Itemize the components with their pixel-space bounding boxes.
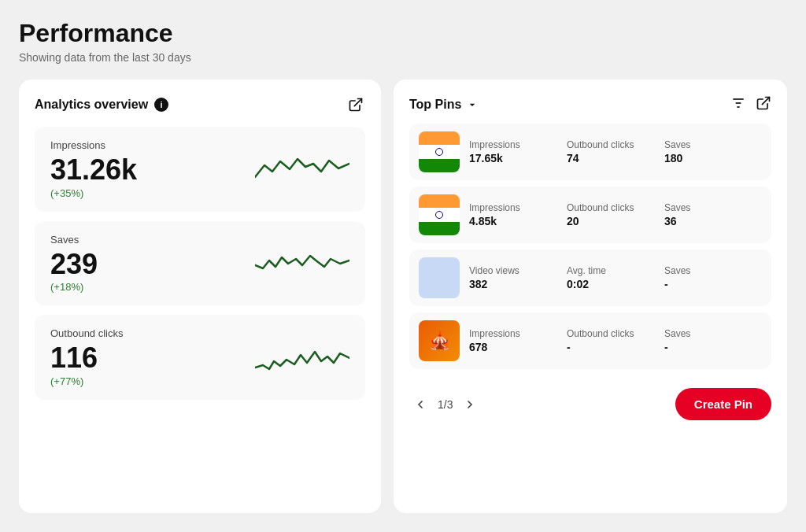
top-pins-title[interactable]: Top Pins bbox=[409, 98, 479, 112]
pin-row: 🎪 Impressions 678 Outbound clicks - Save… bbox=[409, 312, 771, 369]
pin-row: Impressions 17.65k Outbound clicks 74 Sa… bbox=[409, 124, 771, 180]
pin-stat-saves: Saves - bbox=[664, 328, 762, 353]
pin-stat-saves: Saves 180 bbox=[664, 139, 762, 164]
pin-stats: Impressions 678 Outbound clicks - Saves … bbox=[469, 328, 762, 353]
next-page-button[interactable] bbox=[459, 393, 481, 416]
saves-label: Saves bbox=[50, 234, 98, 246]
pin-thumbnail bbox=[419, 257, 460, 298]
saves-sparkline bbox=[255, 243, 349, 283]
page-header: Performance Showing data from the last 3… bbox=[19, 19, 787, 64]
top-pins-export-icon[interactable] bbox=[756, 95, 771, 114]
pin-stat-video-views: Video views 382 bbox=[469, 265, 567, 290]
page-subtitle: Showing data from the last 30 days bbox=[19, 51, 787, 64]
saves-change: (+18%) bbox=[50, 281, 98, 293]
analytics-card-header: Analytics overview i bbox=[35, 95, 365, 114]
saves-metric: Saves 239 (+18%) bbox=[35, 221, 365, 306]
analytics-card: Analytics overview i Impressions 31.26k … bbox=[19, 79, 381, 513]
saves-value: 239 bbox=[50, 249, 98, 280]
page-title: Performance bbox=[19, 19, 787, 48]
pin-stats: Impressions 17.65k Outbound clicks 74 Sa… bbox=[469, 139, 762, 164]
create-pin-button[interactable]: Create Pin bbox=[675, 388, 771, 420]
pin-stat-impressions: Impressions 4.85k bbox=[469, 202, 567, 227]
outbound-clicks-sparkline bbox=[255, 338, 349, 377]
pin-stat-outbound: Outbound clicks - bbox=[567, 328, 664, 353]
pin-stat-outbound: Outbound clicks 74 bbox=[567, 139, 664, 164]
outbound-clicks-value: 116 bbox=[50, 342, 124, 374]
pin-stat-saves: Saves 36 bbox=[664, 202, 762, 227]
pin-stat-outbound: Outbound clicks 20 bbox=[567, 202, 664, 227]
main-content: Analytics overview i Impressions 31.26k … bbox=[19, 79, 787, 513]
pin-stat-avg-time: Avg. time 0:02 bbox=[567, 265, 664, 290]
outbound-clicks-metric: Outbound clicks 116 (+77%) bbox=[35, 315, 365, 400]
pin-row: Impressions 4.85k Outbound clicks 20 Sav… bbox=[409, 187, 771, 243]
impressions-metric: Impressions 31.26k (+35%) bbox=[35, 127, 365, 212]
impressions-label: Impressions bbox=[50, 139, 137, 151]
page-info: 1/3 bbox=[438, 398, 453, 411]
pin-stats: Impressions 4.85k Outbound clicks 20 Sav… bbox=[469, 202, 762, 227]
pin-row: Video views 382 Avg. time 0:02 Saves - bbox=[409, 249, 771, 306]
svg-line-0 bbox=[354, 99, 361, 106]
pagination-row: 1/3 Create Pin bbox=[409, 388, 771, 420]
top-pins-header: Top Pins bbox=[409, 95, 771, 114]
pin-thumbnail bbox=[419, 194, 460, 235]
pin-thumbnail bbox=[419, 131, 460, 172]
outbound-clicks-label: Outbound clicks bbox=[50, 327, 124, 339]
info-icon[interactable]: i bbox=[154, 98, 168, 112]
pin-stat-impressions: Impressions 678 bbox=[469, 328, 567, 353]
chevron-down-icon bbox=[466, 98, 479, 111]
top-pins-actions bbox=[730, 95, 771, 114]
pagination-controls: 1/3 bbox=[409, 393, 481, 416]
filter-icon[interactable] bbox=[730, 95, 746, 114]
prev-page-button[interactable] bbox=[409, 393, 431, 416]
pin-thumbnail: 🎪 bbox=[419, 320, 460, 361]
pin-stats: Video views 382 Avg. time 0:02 Saves - bbox=[469, 265, 762, 290]
impressions-value: 31.26k bbox=[50, 154, 137, 186]
impressions-sparkline bbox=[255, 150, 349, 189]
analytics-card-title: Analytics overview i bbox=[35, 98, 168, 112]
impressions-change: (+35%) bbox=[50, 187, 137, 199]
pin-stat-impressions: Impressions 17.65k bbox=[469, 139, 567, 164]
analytics-export-icon[interactable] bbox=[346, 95, 365, 114]
svg-line-4 bbox=[762, 98, 769, 105]
outbound-clicks-change: (+77%) bbox=[50, 375, 124, 387]
pin-stat-saves: Saves - bbox=[664, 265, 762, 290]
top-pins-card: Top Pins bbox=[394, 79, 787, 513]
